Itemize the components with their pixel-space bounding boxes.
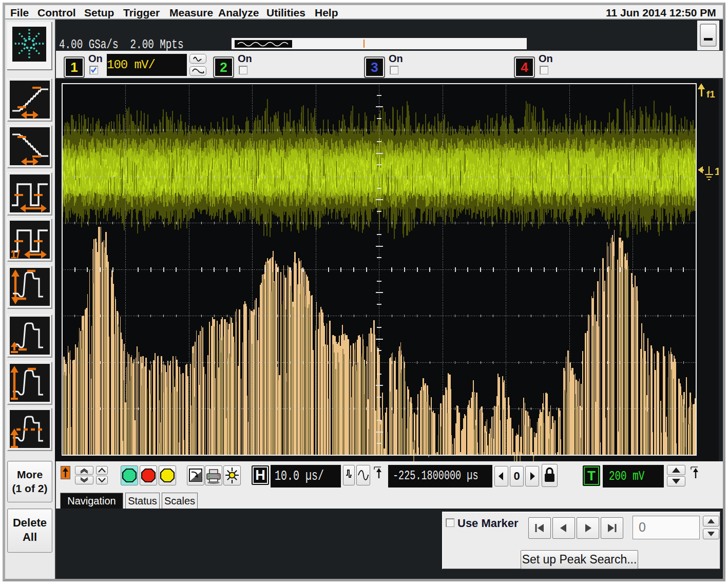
svg-text:1: 1: [715, 166, 719, 177]
svg-text:1/: 1/: [10, 248, 20, 261]
svg-text:f1: f1: [706, 89, 715, 100]
